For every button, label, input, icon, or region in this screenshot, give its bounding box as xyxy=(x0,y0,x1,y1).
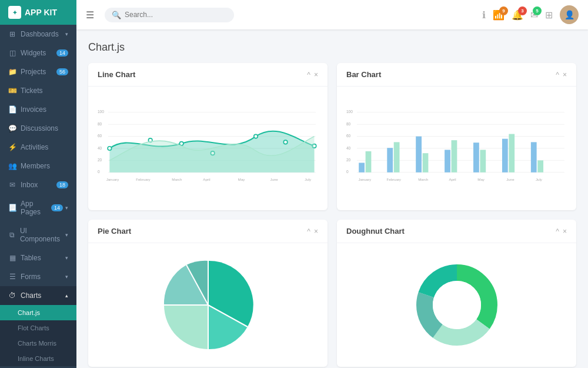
submenu-flot[interactable]: Flot Charts xyxy=(0,320,76,336)
sidebar-item-members[interactable]: 👥 Members xyxy=(0,157,76,175)
svg-text:40: 40 xyxy=(98,146,102,150)
inbox-icon: ✉ xyxy=(8,181,16,189)
donut-chart-close[interactable]: × xyxy=(563,227,567,236)
svg-text:80: 80 xyxy=(98,122,102,126)
pie-chart-close[interactable]: × xyxy=(314,227,318,236)
svg-text:March: March xyxy=(418,177,428,181)
svg-point-17 xyxy=(283,140,288,144)
header-right: ℹ 📶 9 🔔 3 ✉ 5 ⊞ 👤 xyxy=(482,5,579,24)
pie-chart-title: Pie Chart xyxy=(98,227,131,236)
sidebar-label-ui: UI Components xyxy=(20,227,65,243)
projects-icon: 📁 xyxy=(8,68,16,76)
search-input[interactable] xyxy=(125,11,227,19)
svg-text:April: April xyxy=(203,177,210,181)
sidebar-label-activities: Activities xyxy=(21,143,48,151)
svg-text:100: 100 xyxy=(98,110,104,114)
grid-icon: ⊞ xyxy=(545,10,553,20)
sidebar-item-tickets[interactable]: 🎫 Tickets xyxy=(0,81,76,100)
submenu-morris[interactable]: Charts Morris xyxy=(0,336,76,351)
info-button[interactable]: ℹ xyxy=(482,9,486,21)
bar-chart-svg: 100 80 60 40 20 0 xyxy=(346,92,567,204)
sidebar-item-ui-components[interactable]: ⧉ UI Components ▾ xyxy=(0,221,76,248)
content-area: Chart.js Line Chart ^ × 100 80 60 xyxy=(76,29,588,368)
svg-rect-41 xyxy=(394,142,400,172)
svg-text:May: May xyxy=(477,177,485,181)
sidebar-item-inbox[interactable]: ✉ Inbox 18 xyxy=(0,175,76,194)
widgets-icon: ◫ xyxy=(8,49,16,57)
donut-chart-body xyxy=(337,243,576,367)
svg-rect-51 xyxy=(537,160,543,172)
pie-chart-actions: ^ × xyxy=(307,227,318,236)
sidebar-item-projects[interactable]: 📁 Projects 56 xyxy=(0,62,76,81)
svg-text:100: 100 xyxy=(346,110,353,114)
menu-toggle-icon[interactable]: ☰ xyxy=(86,9,94,21)
user-avatar[interactable]: 👤 xyxy=(560,5,579,24)
sidebar-item-charts[interactable]: ⏱ Charts ▴ xyxy=(0,286,76,305)
bar-chart-close[interactable]: × xyxy=(563,71,567,79)
svg-text:60: 60 xyxy=(98,134,102,138)
envelope-button[interactable]: ✉ 5 xyxy=(530,9,538,21)
donut-chart-title: Doughnut Chart xyxy=(346,227,405,236)
search-icon: 🔍 xyxy=(112,11,121,19)
sidebar-label-discussions: Discussions xyxy=(21,124,58,132)
svg-rect-47 xyxy=(480,150,486,172)
pie-chart-svg xyxy=(155,252,261,358)
svg-rect-49 xyxy=(509,134,514,173)
svg-text:February: February xyxy=(386,177,401,181)
sidebar-item-forms[interactable]: ☰ Forms ▾ xyxy=(0,267,76,286)
bar-chart-collapse[interactable]: ^ xyxy=(556,71,559,79)
donut-chart-collapse[interactable]: ^ xyxy=(556,227,559,236)
sidebar-label-app-pages: App Pages xyxy=(21,200,51,216)
bar-chart-actions: ^ × xyxy=(556,71,567,79)
sidebar-label-forms: Forms xyxy=(21,273,41,281)
pie-chart-body xyxy=(88,243,328,367)
pie-chart-collapse[interactable]: ^ xyxy=(307,227,310,236)
submenu-chartjs[interactable]: Chart.js xyxy=(0,305,76,320)
svg-point-12 xyxy=(108,147,112,151)
tables-arrow: ▾ xyxy=(65,255,68,261)
line-chart-actions: ^ × xyxy=(307,71,318,79)
svg-text:July: July xyxy=(305,177,312,181)
svg-text:February: February xyxy=(136,177,151,181)
svg-text:40: 40 xyxy=(346,146,351,150)
svg-text:20: 20 xyxy=(98,158,102,162)
line-chart-close[interactable]: × xyxy=(314,71,318,79)
svg-rect-40 xyxy=(387,148,393,173)
sidebar: ✦ APP KIT ⊞ Dashboards ▾ ◫ Widgets 14 📁 … xyxy=(0,0,76,368)
projects-badge: 56 xyxy=(56,68,68,75)
bell-button[interactable]: 🔔 3 xyxy=(512,9,523,21)
sidebar-item-invoices[interactable]: 📄 Invoices xyxy=(0,100,76,119)
sidebar-item-dashboards[interactable]: ⊞ Dashboards ▾ xyxy=(0,25,76,44)
sidebar-item-widgets[interactable]: ◫ Widgets 14 xyxy=(0,44,76,62)
svg-text:July: July xyxy=(536,177,543,181)
sidebar-item-tables[interactable]: ▦ Tables ▾ xyxy=(0,248,76,267)
sidebar-label-charts: Charts xyxy=(21,291,41,300)
line-chart-body: 100 80 60 40 20 0 xyxy=(88,87,328,210)
svg-text:June: June xyxy=(506,177,514,181)
app-logo[interactable]: ✦ APP KIT xyxy=(0,0,76,25)
logo-icon: ✦ xyxy=(8,6,21,19)
bar-chart-body: 100 80 60 40 20 0 xyxy=(337,87,576,210)
search-bar[interactable]: 🔍 xyxy=(105,8,234,22)
grid-button[interactable]: ⊞ xyxy=(545,9,553,21)
line-chart-title: Line Chart xyxy=(98,70,135,79)
charts-icon: ⏱ xyxy=(8,291,16,300)
signal-button[interactable]: 📶 9 xyxy=(493,9,505,21)
svg-rect-50 xyxy=(531,142,537,172)
svg-text:80: 80 xyxy=(346,122,351,126)
svg-text:60: 60 xyxy=(346,134,351,138)
sidebar-item-activities[interactable]: ⚡ Activities xyxy=(0,138,76,157)
page-title: Chart.js xyxy=(88,41,576,54)
forms-icon: ☰ xyxy=(8,273,16,281)
sidebar-item-app-pages[interactable]: 📃 App Pages 14 ▾ xyxy=(0,194,76,221)
tables-icon: ▦ xyxy=(8,254,16,262)
sidebar-label-tickets: Tickets xyxy=(21,87,43,95)
sidebar-item-discussions[interactable]: 💬 Discussions xyxy=(0,119,76,138)
svg-text:0: 0 xyxy=(346,170,349,174)
svg-text:January: January xyxy=(106,177,120,181)
submenu-inline[interactable]: Inline Charts xyxy=(0,351,76,366)
charts-arrow: ▴ xyxy=(65,293,68,299)
activities-icon: ⚡ xyxy=(8,143,16,151)
line-chart-collapse[interactable]: ^ xyxy=(307,71,310,79)
ui-arrow: ▾ xyxy=(65,232,68,238)
